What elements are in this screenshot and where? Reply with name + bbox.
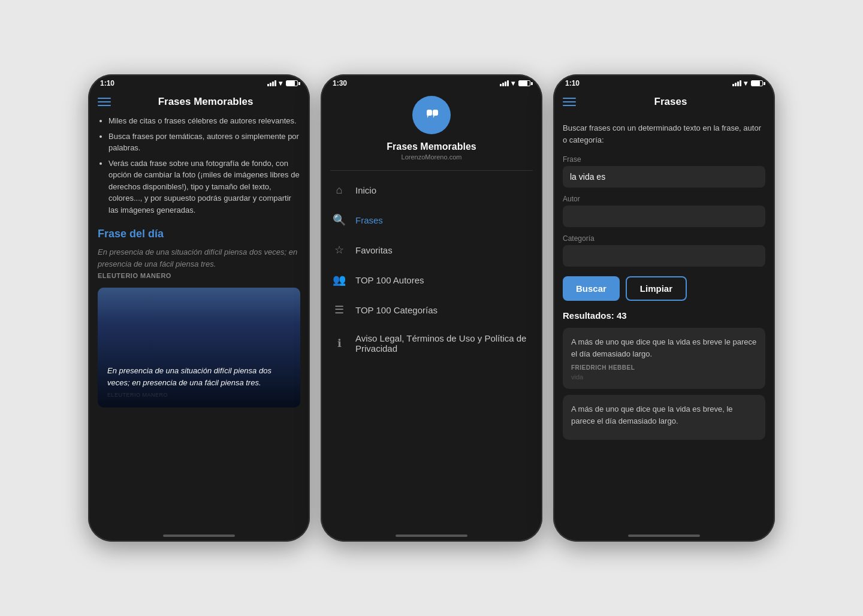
screen2-content: Frases Memorables LorenzoMoreno.com ⌂ In… bbox=[321, 90, 542, 530]
frase-del-dia-author: ELEUTERIO MANERO bbox=[98, 272, 300, 279]
home-indicator-1 bbox=[88, 530, 310, 542]
wifi-icon-2: ▾ bbox=[511, 79, 515, 87]
star-icon: ☆ bbox=[333, 243, 346, 256]
list-item: Busca frases por temáticas, autores o si… bbox=[108, 131, 300, 154]
frase-label: Frase bbox=[563, 155, 765, 164]
phone-screen-2: 1:30 ▾ Frases Memorables LorenzoMoreno.c… bbox=[321, 74, 542, 542]
nav-label-top100autores: TOP 100 Autores bbox=[355, 275, 424, 285]
list-icon: ☰ bbox=[333, 303, 346, 316]
battery-icon-3 bbox=[751, 80, 763, 86]
battery-icon bbox=[286, 80, 298, 86]
screen1-body: Miles de citas o frases célebres de auto… bbox=[88, 115, 310, 530]
phone-screen-1: 1:10 ▾ Frases Memorables M bbox=[88, 74, 310, 542]
result-quote-1: A más de uno que dice que la vida es bre… bbox=[571, 336, 757, 360]
status-icons-1: ▾ bbox=[267, 79, 298, 87]
limpiar-button[interactable]: Limpiar bbox=[626, 276, 687, 301]
signal-icon-3 bbox=[732, 80, 741, 86]
hamburger-button[interactable] bbox=[98, 98, 111, 106]
status-time-3: 1:10 bbox=[565, 79, 580, 87]
home-icon: ⌂ bbox=[333, 184, 346, 197]
status-bar-3: 1:10 ▾ bbox=[553, 74, 775, 90]
sidebar-item-top100categorias[interactable]: ☰ TOP 100 Categorías bbox=[321, 295, 542, 325]
wifi-icon: ▾ bbox=[279, 79, 282, 87]
result-quote-2: A más de uno que dice que la vida es bre… bbox=[571, 403, 757, 427]
results-count: Resultados: 43 bbox=[563, 310, 765, 321]
autor-input[interactable] bbox=[563, 206, 765, 227]
frase-card-text: En presencia de una situación difícil pi… bbox=[107, 365, 291, 388]
sidebar-item-frases[interactable]: 🔍 Frases bbox=[321, 205, 542, 235]
status-bar-1: 1:10 ▾ bbox=[88, 74, 310, 90]
home-indicator-2 bbox=[321, 530, 542, 542]
frase-input[interactable] bbox=[563, 166, 765, 188]
list-item: Verás cada frase sobre una fotografía de… bbox=[108, 158, 300, 216]
result-category-1: vida bbox=[571, 373, 757, 381]
sidebar-item-inicio[interactable]: ⌂ Inicio bbox=[321, 176, 542, 205]
result-card-1[interactable]: A más de uno que dice que la vida es bre… bbox=[563, 328, 765, 389]
nav-label-frases: Frases bbox=[355, 215, 383, 225]
status-time-1: 1:10 bbox=[100, 79, 114, 87]
screen3-header: Frases bbox=[553, 90, 775, 115]
frase-card-content: En presencia de una situación difícil pi… bbox=[107, 365, 291, 398]
phone-screen-3: 1:10 ▾ Frases Buscar frases con un bbox=[553, 74, 775, 542]
info-icon: ℹ bbox=[333, 337, 346, 350]
buscar-button[interactable]: Buscar bbox=[563, 276, 620, 301]
autor-label: Autor bbox=[563, 195, 765, 203]
home-indicator-3 bbox=[553, 530, 775, 542]
sidebar-item-top100autores[interactable]: 👥 TOP 100 Autores bbox=[321, 265, 542, 295]
people-icon: 👥 bbox=[333, 273, 346, 286]
app-url: LorenzoMoreno.com bbox=[321, 153, 542, 161]
nav-label-favoritas: Favoritas bbox=[355, 245, 393, 255]
battery-icon-2 bbox=[518, 80, 530, 86]
categoria-field-group: Categoría bbox=[563, 234, 765, 267]
screen3-content: Frases Buscar frases con un determinado … bbox=[553, 90, 775, 530]
features-list: Miles de citas o frases célebres de auto… bbox=[98, 115, 300, 216]
result-author-1: FRIEDRICH HEBBEL bbox=[571, 364, 757, 371]
frase-del-dia-text: En presencia de una situación difícil pi… bbox=[98, 246, 300, 270]
frase-field-group: Frase bbox=[563, 155, 765, 188]
status-time-2: 1:30 bbox=[333, 79, 347, 87]
hamburger-button-3[interactable] bbox=[563, 98, 576, 106]
separator bbox=[330, 170, 533, 171]
status-bar-2: 1:30 ▾ bbox=[321, 74, 542, 90]
frase-del-dia-label: Frase del día bbox=[98, 228, 300, 240]
signal-icon-2 bbox=[500, 80, 509, 86]
search-icon: 🔍 bbox=[333, 213, 346, 227]
nav-label-inicio: Inicio bbox=[355, 185, 376, 195]
result-card-2[interactable]: A más de uno que dice que la vida es bre… bbox=[563, 395, 765, 440]
signal-icon bbox=[267, 80, 276, 86]
screen1-content: Frases Memorables Miles de citas o frase… bbox=[88, 90, 310, 530]
categoria-input[interactable] bbox=[563, 245, 765, 267]
quote-icon bbox=[422, 105, 441, 125]
screen1-title: Frases Memorables bbox=[111, 96, 300, 108]
status-icons-2: ▾ bbox=[500, 79, 530, 87]
frase-image-card: En presencia de una situación difícil pi… bbox=[98, 288, 300, 407]
frase-card-author: ELEUTERIO MANERO bbox=[107, 392, 291, 398]
screen3-body: Buscar frases con un determinado texto e… bbox=[553, 115, 775, 530]
nav-label-top100categorias: TOP 100 Categorías bbox=[355, 305, 437, 315]
screen2-nav: ⌂ Inicio 🔍 Frases ☆ Favoritas 👥 TOP 100 … bbox=[321, 176, 542, 530]
search-description: Buscar frases con un determinado texto e… bbox=[563, 122, 765, 146]
categoria-label: Categoría bbox=[563, 234, 765, 243]
sidebar-item-favoritas[interactable]: ☆ Favoritas bbox=[321, 235, 542, 265]
screen3-title: Frases bbox=[576, 96, 765, 108]
wifi-icon-3: ▾ bbox=[744, 79, 747, 87]
app-name: Frases Memorables bbox=[321, 141, 542, 152]
search-buttons: Buscar Limpiar bbox=[563, 276, 765, 301]
autor-field-group: Autor bbox=[563, 195, 765, 227]
app-icon bbox=[412, 96, 451, 134]
sidebar-item-aviso[interactable]: ℹ Aviso Legal, Términos de Uso y Polític… bbox=[321, 325, 542, 362]
status-icons-3: ▾ bbox=[732, 79, 763, 87]
list-item: Miles de citas o frases célebres de auto… bbox=[108, 115, 300, 127]
nav-label-aviso: Aviso Legal, Términos de Uso y Política … bbox=[355, 333, 530, 354]
screen1-header: Frases Memorables bbox=[88, 90, 310, 115]
